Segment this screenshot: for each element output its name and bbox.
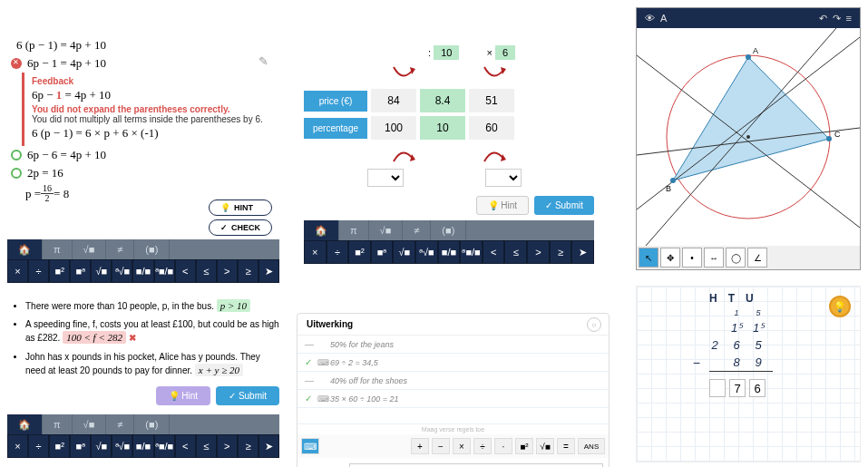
op-dropdown[interactable] (485, 169, 522, 187)
worksheet-row[interactable]: —40% off for the shoes (297, 372, 609, 390)
key-nroot[interactable]: ᵃ√■ (112, 259, 132, 283)
key-sqrt[interactable]: √■ (91, 259, 112, 283)
tab-paren[interactable]: (■) (431, 220, 466, 240)
ans-box[interactable]: 6 (749, 379, 766, 397)
worksheet-row[interactable]: —50% for the jeans (297, 336, 609, 354)
tab-pi[interactable]: π (43, 414, 73, 434)
home-tab[interactable]: 🏠 (7, 414, 43, 434)
key-div[interactable]: ÷ (28, 259, 49, 283)
keypad-key[interactable]: × (453, 438, 471, 454)
ans-box[interactable]: 7 (729, 379, 746, 397)
key[interactable]: ■² (348, 240, 371, 264)
point-tool[interactable]: • (682, 248, 702, 268)
chip-plain[interactable]: x + y ≥ 20 (195, 364, 243, 376)
tab-pi[interactable]: π (43, 239, 73, 259)
key[interactable]: ᵃ■/■ (460, 240, 483, 264)
keypad-key[interactable]: ÷ (473, 438, 492, 454)
key[interactable]: > (527, 240, 550, 264)
key[interactable]: ■ᵃ (371, 240, 394, 264)
keypad-key[interactable]: + (411, 438, 429, 454)
key[interactable]: × (304, 240, 327, 264)
op-val[interactable]: 6 (495, 45, 515, 60)
angle-tool[interactable]: ∠ (747, 248, 767, 268)
key-frac[interactable]: ■/■ (132, 259, 153, 283)
hint-bulb[interactable]: 💡 (829, 296, 851, 317)
key[interactable]: ≤ (196, 434, 217, 458)
tab-neq[interactable]: ≠ (106, 414, 134, 434)
key-go[interactable]: ➤ (258, 259, 279, 283)
submit-button[interactable]: ✓ Submit (534, 196, 594, 215)
key[interactable]: ᵃ√■ (415, 240, 438, 264)
tab-neq[interactable]: ≠ (403, 220, 431, 240)
segment-tool[interactable]: ↔ (704, 248, 724, 268)
submit-button[interactable]: ✓ Submit (216, 386, 279, 405)
edit-icon[interactable]: ✎ (258, 54, 268, 69)
op-input[interactable] (549, 169, 576, 187)
menu-icon[interactable]: ≡ (846, 13, 852, 24)
tab-sqrt[interactable]: √■ (369, 220, 404, 240)
key[interactable]: ■/■ (132, 434, 153, 458)
tab-neq[interactable]: ≠ (106, 239, 134, 259)
key-lt[interactable]: < (175, 259, 196, 283)
key[interactable]: > (217, 434, 238, 458)
key[interactable]: ᵃ■/■ (154, 434, 175, 458)
tab-pi[interactable]: π (339, 220, 369, 240)
tab-sqrt[interactable]: √■ (73, 414, 107, 434)
key-le[interactable]: ≤ (196, 259, 217, 283)
key[interactable]: ■/■ (438, 240, 461, 264)
key[interactable]: ≤ (504, 240, 527, 264)
key[interactable]: √■ (91, 434, 112, 458)
ans-box[interactable] (709, 379, 726, 397)
key-times[interactable]: × (7, 259, 28, 283)
key-ge[interactable]: ≥ (238, 259, 258, 283)
keypad-mode[interactable]: ⌨ (301, 438, 319, 454)
keypad-ans[interactable]: ANS (578, 438, 605, 454)
keypad-key[interactable]: ■² (515, 438, 533, 454)
key[interactable]: ■ᵃ (70, 434, 91, 458)
key[interactable]: × (7, 434, 28, 458)
eye-icon[interactable]: 👁 (645, 13, 655, 24)
worksheet-row[interactable]: ✓⌨35 × 60 ÷ 100 = 21 (297, 390, 609, 408)
op-dropdown[interactable] (367, 169, 404, 187)
keypad-key[interactable]: − (432, 438, 450, 454)
key[interactable]: ᵃ√■ (112, 434, 132, 458)
cell-hl[interactable]: 10 (420, 116, 465, 140)
check-button[interactable]: ✓CHECK (209, 219, 272, 236)
key-mfrac[interactable]: ᵃ■/■ (154, 259, 175, 283)
op-input[interactable] (431, 169, 458, 187)
keypad-key[interactable]: · (494, 438, 512, 454)
cell-hl[interactable]: 8.4 (420, 89, 465, 112)
key[interactable]: ÷ (28, 434, 49, 458)
hint-button[interactable]: 💡HINT (209, 199, 272, 216)
key-pow[interactable]: ■ᵃ (70, 259, 91, 283)
tab-paren[interactable]: (■) (134, 239, 170, 259)
home-tab[interactable]: 🏠 (7, 239, 43, 259)
text-icon[interactable]: A (660, 13, 667, 24)
pan-tool[interactable]: ✥ (660, 248, 680, 268)
key[interactable]: ≥ (550, 240, 572, 264)
circle-button[interactable]: ○ (587, 317, 601, 332)
undo-icon[interactable]: ↶ (819, 13, 827, 24)
geo-canvas[interactable]: A B C (637, 28, 860, 246)
key-sq[interactable]: ■² (49, 259, 70, 283)
worksheet-row-empty[interactable] (297, 408, 609, 424)
key[interactable]: ■² (49, 434, 70, 458)
hint-button[interactable]: 💡 Hint (476, 196, 530, 215)
circle-tool[interactable]: ◯ (726, 248, 746, 268)
key[interactable]: ➤ (258, 434, 279, 458)
key[interactable]: ➤ (571, 240, 594, 264)
key[interactable]: < (483, 240, 505, 264)
tab-paren[interactable]: (■) (134, 414, 170, 434)
keypad-key[interactable]: = (557, 438, 575, 454)
tab-sqrt[interactable]: √■ (73, 239, 107, 259)
chip-correct[interactable]: p > 10 (217, 299, 250, 312)
move-tool[interactable]: ↖ (639, 248, 658, 268)
hint-button[interactable]: 💡 Hint (156, 386, 211, 405)
op-val[interactable]: 10 (434, 45, 459, 60)
redo-icon[interactable]: ↷ (833, 13, 841, 24)
chip-wrong[interactable]: 100 < f < 282 (63, 331, 126, 344)
key[interactable]: √■ (393, 240, 415, 264)
worksheet-row[interactable]: ✓⌨69 ÷ 2 = 34,5 (297, 354, 609, 372)
key-gt[interactable]: > (217, 259, 238, 283)
key[interactable]: ÷ (327, 240, 349, 264)
